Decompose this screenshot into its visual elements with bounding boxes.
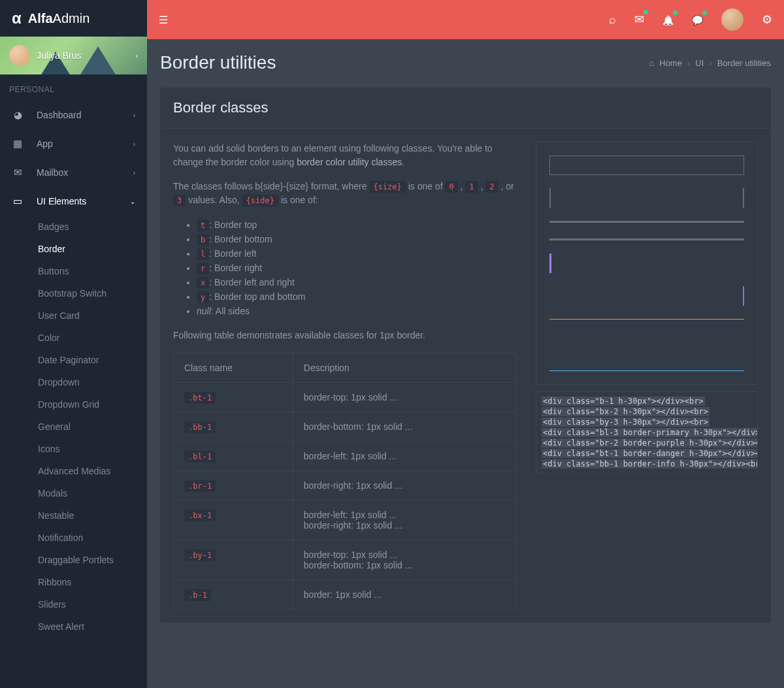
intro-paragraph: You can add solid borders to an element …	[173, 142, 516, 169]
subnav-item-border[interactable]: Border	[0, 238, 147, 260]
code-line: <div class="br-2 border-purple h-30px"><…	[536, 438, 757, 448]
home-icon	[649, 58, 654, 68]
subnav-item-buttons[interactable]: Buttons	[0, 260, 147, 282]
mail-icon[interactable]	[634, 12, 644, 27]
code-x: x	[197, 277, 209, 289]
bell-icon[interactable]	[662, 13, 674, 27]
table-cell-class: .bx-1	[174, 500, 293, 540]
main: ☰ Border utilities Home › UI › Borde	[147, 0, 784, 688]
subnav-item-nestable[interactable]: Nestable	[0, 504, 147, 527]
grid-icon	[12, 138, 24, 150]
brand-text: AlfaAdmin	[28, 11, 90, 26]
code-class-name: .bb-1	[184, 421, 216, 433]
subnav-item-modals[interactable]: Modals	[0, 482, 147, 504]
subnav-item-draggable-portlets[interactable]: Draggable Portlets	[0, 549, 147, 571]
subnav-item-general[interactable]: General	[0, 416, 147, 438]
demo-by-3	[549, 221, 744, 240]
list-label: : Border left and right	[209, 277, 295, 287]
brand-admin: Admin	[53, 11, 90, 25]
format-text: , or	[500, 181, 514, 191]
table-cell-class: .br-1	[174, 471, 293, 500]
subnav-item-dropdown[interactable]: Dropdown	[0, 371, 147, 393]
subnav: Badges Border Buttons Bootstrap Switch U…	[0, 216, 147, 638]
format-text: values. Also,	[188, 195, 242, 205]
subnav-item-sweet-alert[interactable]: Sweet Alert	[0, 615, 147, 638]
panel-left-column: You can add solid borders to an element …	[173, 142, 516, 610]
code-0: 0	[445, 181, 457, 193]
code-t: t	[197, 220, 209, 231]
table-header-class: Class name	[174, 353, 293, 383]
sidebar-item-ui-elements[interactable]: UI Elements ⌄	[0, 187, 147, 216]
subnav-item-bootstrap-switch[interactable]: Bootstrap Switch	[0, 282, 147, 304]
sidebar-item-label: UI Elements	[37, 196, 86, 206]
chevron-right-icon: ›	[136, 52, 138, 59]
code-line: <div class="bb-1 border-info h-30px"></d…	[536, 459, 757, 469]
table-cell-class: .by-1	[174, 540, 293, 580]
code-2: 2	[485, 181, 498, 193]
code-class-name: .br-1	[184, 480, 216, 492]
subnav-item-ribbons[interactable]: Ribbons	[0, 571, 147, 593]
subnav-item-notification[interactable]: Notification	[0, 527, 147, 549]
code-side: {side}	[242, 195, 278, 206]
user-banner[interactable]: Juliya Brus ›	[0, 37, 147, 74]
topbar-avatar[interactable]	[721, 8, 743, 31]
list-label: : Border bottom	[209, 234, 272, 244]
code-line: <div class="bx-2 h-30px"></div><br>	[536, 406, 757, 417]
subnav-item-color[interactable]: Color	[0, 327, 147, 349]
subnav-item-sliders[interactable]: Sliders	[0, 593, 147, 615]
code-1: 1	[465, 181, 478, 193]
sidebar-item-dashboard[interactable]: Dashboard ›	[0, 101, 147, 129]
list-item: b: Border bottom	[197, 232, 516, 246]
brand-alfa: Alfa	[28, 11, 53, 25]
hamburger-icon[interactable]: ☰	[159, 14, 168, 26]
gear-icon[interactable]	[762, 12, 772, 27]
chevron-right-icon: ›	[133, 112, 135, 119]
code-class-name: .bx-1	[184, 510, 216, 521]
subnav-item-dropdown-grid[interactable]: Dropdown Grid	[0, 393, 147, 416]
table-row: .bt-1border-top: 1px solid ...	[174, 383, 516, 412]
nav-section-label: PERSONAL	[0, 74, 147, 101]
subnav-item-user-card[interactable]: User Card	[0, 304, 147, 327]
demo-area	[536, 142, 758, 385]
chevron-right-icon: ›	[133, 140, 135, 148]
list-item: x: Border left and right	[197, 275, 516, 289]
crumb-home[interactable]: Home	[659, 58, 682, 68]
table-cell-desc: border-left: 1px solid ...	[293, 442, 515, 471]
code-r: r	[197, 263, 209, 274]
notification-dot	[644, 10, 648, 14]
topbar: ☰	[147, 0, 784, 39]
code-line: <div class="by-3 h-30px"></div><br>	[536, 417, 757, 427]
chat-icon[interactable]	[692, 13, 703, 27]
sidebar-item-label: App	[37, 139, 53, 149]
subnav-item-badges[interactable]: Badges	[0, 216, 147, 238]
format-text: is one of:	[281, 195, 318, 205]
mail-icon	[12, 167, 24, 178]
table-header-desc: Description	[293, 353, 515, 383]
code-b: b	[197, 234, 209, 246]
user-avatar	[9, 45, 30, 66]
dashboard-icon	[12, 109, 24, 121]
sidebar-item-mailbox[interactable]: Mailbox ›	[0, 158, 147, 187]
list-label: : Border left	[209, 248, 256, 259]
link-border-color-utils[interactable]: border color utility classes	[297, 157, 402, 167]
subnav-item-icons[interactable]: Icons	[0, 438, 147, 460]
subnav-item-advanced-medias[interactable]: Advanced Medias	[0, 460, 147, 482]
demo-br-2-purple	[549, 286, 744, 306]
code-size: {size}	[369, 181, 405, 193]
brand[interactable]: α AlfaAdmin	[0, 0, 147, 37]
table-cell-class: .bl-1	[174, 442, 293, 471]
panel-border-classes: Border classes You can add solid borders…	[160, 88, 771, 623]
brand-logo-icon: α	[12, 9, 22, 27]
demo-b-1	[549, 156, 744, 175]
table-row: .by-1border-top: 1px solid ...border-bot…	[174, 540, 516, 580]
list-item: y: Border top and bottom	[197, 289, 516, 304]
code-line: <div class="b-1 h-30px"></div><br>	[536, 396, 757, 406]
search-icon[interactable]	[609, 13, 616, 27]
subnav-item-date-paginator[interactable]: Date Paginator	[0, 349, 147, 371]
list-item: t: Border top	[197, 218, 516, 232]
separator-icon: ›	[709, 58, 711, 68]
table-cell-desc: border: 1px solid ...	[293, 580, 515, 610]
crumb-ui[interactable]: UI	[695, 58, 704, 68]
demo-bl-3-primary	[549, 254, 744, 273]
sidebar-item-app[interactable]: App ›	[0, 129, 147, 158]
